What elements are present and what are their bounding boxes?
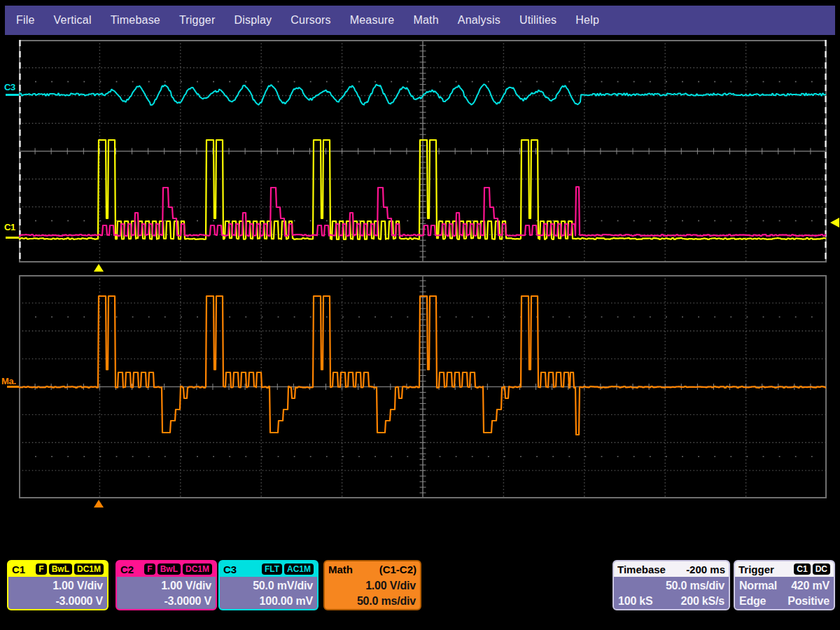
timebase-title: Timebase bbox=[617, 564, 666, 575]
c3-scale: 50.0 mV/div bbox=[224, 578, 313, 594]
trigger-mode: Normal bbox=[739, 578, 777, 594]
menu-help[interactable]: Help bbox=[575, 14, 599, 27]
menu-file[interactable]: File bbox=[16, 14, 35, 27]
menu-utilities[interactable]: Utilities bbox=[519, 14, 556, 27]
menu-cursors[interactable]: Cursors bbox=[290, 14, 330, 27]
c1-descriptor-box[interactable]: C1FBwLDC1M1.00 V/div-3.0000 V bbox=[7, 560, 108, 610]
c2-descriptor-box[interactable]: C2FBwLDC1M1.00 V/div-3.0000 V bbox=[115, 560, 217, 610]
c1-baseline-stub bbox=[6, 237, 19, 239]
c1-scale: 1.00 V/div bbox=[13, 578, 103, 594]
c2-badge-bwl: BwL bbox=[158, 564, 181, 575]
math-label: Math bbox=[328, 564, 353, 575]
menu-display[interactable]: Display bbox=[234, 14, 272, 27]
math-source-expression: (C1-C2) bbox=[379, 564, 416, 575]
trigger-slope: Positive bbox=[788, 594, 830, 609]
math-header: Math(C1-C2) bbox=[325, 561, 420, 577]
c2-badge-f: F bbox=[144, 564, 155, 575]
c3-badge-ac1m: AC1M bbox=[284, 564, 314, 575]
menu-bar: FileVerticalTimebaseTriggerDisplayCursor… bbox=[5, 6, 835, 35]
trigger-level: 420 mV bbox=[791, 578, 830, 594]
c2-label: C2 bbox=[120, 564, 134, 575]
top-waveform-grid[interactable] bbox=[19, 40, 827, 262]
timebase-rate: 200 kS/s bbox=[681, 594, 724, 609]
c2-badge-dc1m: DC1M bbox=[183, 564, 212, 575]
c3-label: C3 bbox=[223, 564, 237, 575]
c3-header: C3FLTAC1M bbox=[220, 561, 317, 577]
menu-trigger[interactable]: Trigger bbox=[179, 14, 216, 27]
trigger-time-marker-top[interactable] bbox=[94, 264, 104, 272]
math-baseline-stub bbox=[7, 386, 19, 388]
c1-header: C1FBwLDC1M bbox=[8, 561, 107, 577]
c3-badge-flt: FLT bbox=[262, 564, 282, 575]
c3-badges: FLTAC1M bbox=[262, 564, 314, 575]
menu-measure[interactable]: Measure bbox=[350, 14, 395, 27]
graticule bbox=[19, 40, 827, 262]
trigger-badge-dc: DC bbox=[813, 564, 830, 575]
math-trace-label: Ma. bbox=[1, 376, 16, 386]
menu-analysis[interactable]: Analysis bbox=[458, 14, 500, 27]
c1-trace-label: C1 bbox=[4, 222, 15, 232]
menu-timebase[interactable]: Timebase bbox=[111, 14, 160, 27]
trigger-badges: C1DC bbox=[794, 564, 830, 575]
c2-badges: FBwLDC1M bbox=[144, 564, 212, 575]
math-waveform-grid[interactable] bbox=[19, 275, 827, 498]
math-descriptor-box[interactable]: Math(C1-C2)1.00 V/div50.0 ms/div bbox=[323, 560, 421, 610]
timebase-delay-value: -200 ms bbox=[686, 564, 725, 575]
oscilloscope-screen: FileVerticalTimebaseTriggerDisplayCursor… bbox=[0, 0, 840, 630]
c2-scale: 1.00 V/div bbox=[121, 578, 211, 594]
c1-badge-f: F bbox=[36, 564, 46, 575]
math-scale: 1.00 V/div bbox=[329, 578, 416, 594]
trigger-type: Edge bbox=[739, 594, 766, 609]
math-offset: 50.0 ms/div bbox=[329, 594, 416, 609]
trigger-title: Trigger bbox=[738, 564, 774, 575]
c2-header: C2FBwLDC1M bbox=[117, 561, 216, 577]
timebase-header: Timebase -200 ms bbox=[614, 561, 729, 577]
c3-baseline-stub bbox=[6, 94, 19, 96]
trigger-descriptor-box[interactable]: Trigger C1DC Normal 420 mV Edge Positive bbox=[734, 560, 835, 610]
trigger-header: Trigger C1DC bbox=[735, 561, 834, 577]
trigger-badge-c1: C1 bbox=[794, 564, 810, 575]
timebase-per-div: 50.0 ms/div bbox=[618, 578, 724, 594]
c1-offset: -3.0000 V bbox=[13, 594, 103, 609]
c3-descriptor-box[interactable]: C3FLTAC1M50.0 mV/div100.00 mV bbox=[218, 560, 318, 610]
c1-badge-dc1m: DC1M bbox=[74, 564, 104, 575]
timebase-descriptor-box[interactable]: Timebase -200 ms 50.0 ms/div 100 kS 200 … bbox=[612, 560, 730, 610]
menu-vertical[interactable]: Vertical bbox=[54, 14, 92, 27]
c3-trace-label: C3 bbox=[4, 82, 15, 92]
trigger-time-marker-math[interactable] bbox=[94, 500, 104, 507]
menu-math[interactable]: Math bbox=[413, 14, 438, 27]
c1-label: C1 bbox=[12, 564, 25, 575]
trigger-level-marker[interactable] bbox=[830, 218, 839, 227]
timebase-samples: 100 kS bbox=[618, 594, 653, 609]
c2-offset: -3.0000 V bbox=[121, 594, 211, 609]
c1-badges: FBwLDC1M bbox=[36, 564, 104, 575]
c1-badge-bwl: BwL bbox=[49, 564, 72, 575]
c3-offset: 100.00 mV bbox=[224, 594, 313, 609]
